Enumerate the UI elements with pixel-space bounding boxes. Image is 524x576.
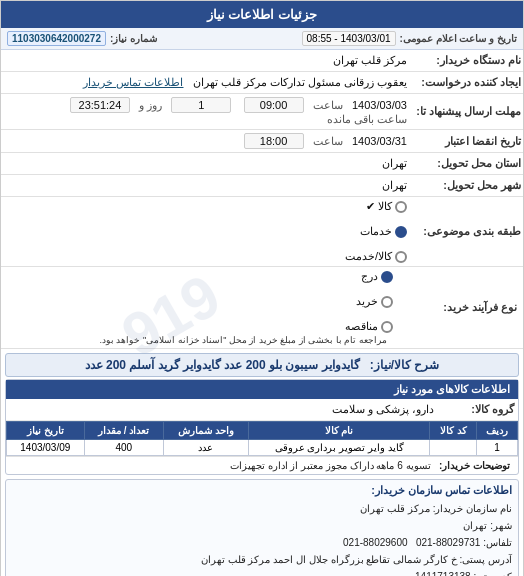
col-name: نام کالا bbox=[248, 422, 429, 440]
purchase-radio-1: درج bbox=[7, 270, 393, 283]
province-label: استان محل تحویل: bbox=[411, 157, 521, 170]
purchase-radio-icon-1 bbox=[381, 271, 393, 283]
number-label: شماره نیاز: bbox=[110, 33, 157, 44]
cell-date: 1403/03/09 bbox=[7, 440, 85, 456]
expiry-date: 1403/03/31 bbox=[352, 135, 407, 147]
contact-org-label: نام سازمان خریدار: bbox=[433, 503, 512, 514]
contact-section: اطلاعات تماس سازمان خریدار: نام سازمان خ… bbox=[5, 479, 519, 576]
description-value: گایدوایر سیبون بلو 200 عدد گایدوایر گرید… bbox=[85, 358, 360, 372]
requester-row: ایجاد کننده درخواست: یعقوب زرقانی مسئول … bbox=[1, 72, 523, 94]
cell-unit: عدد bbox=[163, 440, 248, 456]
col-row: ردیف bbox=[477, 422, 518, 440]
province-row: استان محل تحویل: تهران bbox=[1, 153, 523, 175]
contact-phone1: 88029731-021 bbox=[416, 537, 481, 548]
purchase-note: مراجعه تام با بخشی از مبلغ خرید از محل "… bbox=[99, 335, 386, 345]
note-value: تسویه 6 ماهه داراک مجوز معتبر از اداره ت… bbox=[230, 460, 431, 471]
radio-icon-2 bbox=[395, 226, 407, 238]
city-value: تهران bbox=[3, 179, 411, 192]
page-title: جزئیات اطلاعات نیاز bbox=[1, 1, 523, 28]
purchase-type-value: درج خرید مناقصه مراجعه تام با بخشی از مب… bbox=[7, 270, 397, 345]
goods-info-section: اطلاعات کالاهای مورد نیاز گروه کالا: دار… bbox=[5, 379, 519, 475]
province-value: تهران bbox=[3, 157, 411, 170]
contact-postal-value: 1411713138 bbox=[415, 571, 471, 576]
deadline-row: مهلت ارسال پیشنهاد تا: 1403/03/03 ساعت 0… bbox=[1, 94, 523, 130]
col-qty: تعداد / مقدار bbox=[84, 422, 163, 440]
purchase-radio-2: خرید bbox=[7, 295, 393, 308]
radio-option-3: کالا/خدمت bbox=[3, 250, 407, 263]
date-value: 1403/03/01 - 08:55 bbox=[302, 31, 396, 46]
contact-org-value: مرکز قلب تهران bbox=[360, 503, 430, 514]
expiry-time: 18:00 bbox=[244, 133, 304, 149]
description-title: شرح کالا/نیاز: گایدوایر سیبون بلو 200 عد… bbox=[5, 353, 519, 377]
contact-link[interactable]: اطلاعات تماس خریدار bbox=[83, 76, 183, 88]
category-value: کالا ✔ خدمات کالا/خدمت bbox=[3, 200, 411, 263]
requester-value: یعقوب زرقانی مسئول تدارکات مرکز قلب تهرا… bbox=[3, 76, 411, 89]
org-row: نام دستگاه خریدار: مرکز قلب تهران bbox=[1, 50, 523, 72]
radio-option-1: کالا ✔ bbox=[3, 200, 407, 213]
contact-address-value: خ کارگر شمالی تقاطع بزرگراه جلال ال احمد… bbox=[201, 554, 457, 565]
contact-phone2: 88029600-021 bbox=[343, 537, 408, 548]
col-unit: واحد شمارش bbox=[163, 422, 248, 440]
cell-name: گاید وایر تصویر برداری عروقی bbox=[248, 440, 429, 456]
expiry-label: تاریخ انقضا اعتبار bbox=[411, 135, 521, 148]
group-row: گروه کالا: دارو، پزشکی و سلامت bbox=[6, 399, 518, 421]
org-label: نام دستگاه خریدار: bbox=[411, 54, 521, 67]
group-label: گروه کالا: bbox=[434, 403, 514, 416]
contact-postal-label: کد پستی: bbox=[473, 571, 512, 576]
contact-details: نام سازمان خریدار: مرکز قلب تهران شهر: ت… bbox=[12, 500, 512, 576]
cell-code bbox=[430, 440, 477, 456]
meta-bar: تاریخ و ساعت اعلام عمومی: 1403/03/01 - 0… bbox=[1, 28, 523, 50]
purchase-radio-3: مناقصه bbox=[7, 320, 393, 333]
purchase-type-label: نوع فرآیند خرید: bbox=[407, 301, 517, 314]
contact-title: اطلاعات تماس سازمان خریدار: bbox=[12, 484, 512, 497]
duration-days: 1 bbox=[171, 97, 231, 113]
col-code: کد کالا bbox=[430, 422, 477, 440]
contact-city-label: شهر: bbox=[490, 520, 512, 531]
purchase-radio-icon-2 bbox=[381, 296, 393, 308]
cell-row: 1 bbox=[477, 440, 518, 456]
number-value: 1103030642000272 bbox=[7, 31, 106, 46]
date-meta: تاریخ و ساعت اعلام عمومی: 1403/03/01 - 0… bbox=[302, 31, 517, 46]
goods-info-header: اطلاعات کالاهای مورد نیاز bbox=[6, 380, 518, 399]
contact-city-value: تهران bbox=[463, 520, 487, 531]
deadline-label: مهلت ارسال پیشنهاد تا: bbox=[411, 105, 521, 118]
date-label: تاریخ و ساعت اعلام عمومی: bbox=[400, 33, 517, 44]
purchase-radio-icon-3 bbox=[381, 321, 393, 333]
radio-icon-3 bbox=[395, 251, 407, 263]
deadline-date: 1403/03/03 bbox=[352, 99, 407, 111]
radio-option-2: خدمات bbox=[3, 225, 407, 238]
org-value: مرکز قلب تهران bbox=[3, 54, 411, 67]
goods-table: ردیف کد کالا نام کالا واحد شمارش تعداد /… bbox=[6, 421, 518, 456]
contact-phone-label: تلفاس: bbox=[483, 537, 512, 548]
expiry-row: تاریخ انقضا اعتبار 1403/03/31 ساعت 18:00 bbox=[1, 130, 523, 153]
radio-icon-1 bbox=[395, 201, 407, 213]
number-meta: شماره نیاز: 1103030642000272 bbox=[7, 31, 157, 46]
deadline-time: 09:00 bbox=[244, 97, 304, 113]
cell-qty: 400 bbox=[84, 440, 163, 456]
requester-label: ایجاد کننده درخواست: bbox=[411, 76, 521, 89]
purchase-type-row: نوع فرآیند خرید: درج خرید مناقصه مراجعه … bbox=[1, 267, 523, 349]
table-row: 1 گاید وایر تصویر برداری عروقی عدد 400 1… bbox=[7, 440, 518, 456]
city-row: شهر محل تحویل: تهران bbox=[1, 175, 523, 197]
group-value: دارو، پزشکی و سلامت bbox=[10, 403, 434, 416]
col-date: تاریخ نیاز bbox=[7, 422, 85, 440]
city-label: شهر محل تحویل: bbox=[411, 179, 521, 192]
category-label: طبقه بندی موضوعی: bbox=[411, 225, 521, 238]
duration-time: 23:51:24 bbox=[70, 97, 130, 113]
deadline-value: 1403/03/03 ساعت 09:00 1 روز و 23:51:24 س… bbox=[3, 97, 411, 126]
note-label: توضیحات خریدار: bbox=[439, 460, 510, 471]
title-text: جزئیات اطلاعات نیاز bbox=[207, 7, 317, 22]
category-row: طبقه بندی موضوعی: کالا ✔ خدمات کالا/خدمت bbox=[1, 197, 523, 267]
expiry-value: 1403/03/31 ساعت 18:00 bbox=[3, 133, 411, 149]
note-row: توضیحات خریدار: تسویه 6 ماهه داراک مجوز … bbox=[6, 456, 518, 474]
contact-address-label: آدرس پستی: bbox=[459, 554, 512, 565]
